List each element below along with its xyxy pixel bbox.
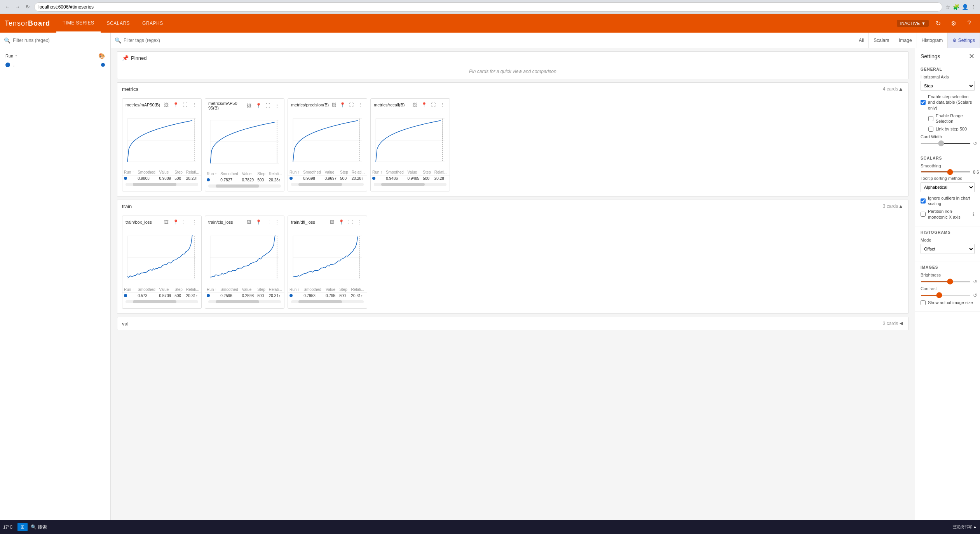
- col-smoothed: Smoothed: [302, 169, 323, 176]
- card-expand-button[interactable]: ⛶: [181, 101, 189, 109]
- card-scrollbar-1[interactable]: [208, 184, 281, 188]
- link-by-step-checkbox[interactable]: [928, 127, 933, 132]
- brightness-slider[interactable]: [921, 281, 971, 282]
- card-image-button[interactable]: 🖼: [411, 101, 419, 109]
- card-more-button[interactable]: ⋮: [190, 101, 198, 109]
- scrollbar-thumb-2: [298, 183, 342, 186]
- search-runs-icon: 🔍: [4, 37, 10, 43]
- card-width-slider[interactable]: [921, 143, 971, 144]
- card-header-0: metrics/mAP50(B) 🖼 📍 ⛶ ⋮: [122, 99, 201, 111]
- card-table-3: Run ↑ Smoothed Value Step Relati... 0.94…: [371, 169, 450, 181]
- group-title-val: val: [122, 321, 881, 327]
- settings-title: Settings: [921, 53, 940, 59]
- run-indicator: [101, 63, 105, 67]
- partition-non-monotonic-checkbox[interactable]: [921, 212, 926, 217]
- card-image-button[interactable]: 🖼: [245, 218, 253, 226]
- refresh-app-button[interactable]: ↻: [932, 17, 944, 30]
- filter-all-button[interactable]: All: [854, 33, 869, 48]
- show-actual-size-checkbox[interactable]: [921, 300, 926, 305]
- card-pin-button[interactable]: 📍: [337, 218, 345, 226]
- card-scrollbar-2[interactable]: [291, 300, 364, 303]
- card-expand-button[interactable]: ⛶: [264, 218, 272, 226]
- card-more-button[interactable]: ⋮: [357, 101, 364, 109]
- group-header-metrics[interactable]: metrics 4 cards ▲: [117, 83, 908, 95]
- col-relative: Relati...: [185, 169, 201, 176]
- start-button[interactable]: ⊞: [17, 523, 28, 531]
- nav-tab-timeseries[interactable]: TIME SERIES: [56, 14, 101, 33]
- filter-runs-input[interactable]: [13, 38, 106, 43]
- card-title-2: metrics/precision(B): [291, 103, 329, 107]
- table-row: 0.9698 0.9697 500 20.28↑: [288, 176, 367, 182]
- horizontal-axis-select[interactable]: Step Relative Wall: [921, 81, 975, 91]
- card-image-button[interactable]: 🖼: [328, 218, 336, 226]
- back-button[interactable]: ←: [4, 3, 11, 10]
- card-image-button[interactable]: 🖼: [162, 101, 170, 109]
- scrollbar-thumb-0: [133, 300, 176, 303]
- col-relative: Relati...: [267, 287, 284, 293]
- card-pin-button[interactable]: 📍: [172, 218, 180, 226]
- enable-range-selection-checkbox[interactable]: [928, 116, 933, 121]
- enable-step-selection-checkbox[interactable]: [921, 100, 926, 105]
- group-section-train: train 3 cards ▲ train/box_loss 🖼 📍 ⛶ ⋮: [117, 200, 909, 314]
- card-more-button[interactable]: ⋮: [356, 218, 364, 226]
- card-expand-button[interactable]: ⛶: [181, 218, 189, 226]
- link-by-step-label: Link by step 500: [936, 126, 967, 132]
- card-expand-button[interactable]: ⛶: [347, 218, 354, 226]
- card-scrollbar-0[interactable]: [126, 183, 198, 186]
- settings-toggle-button[interactable]: ⚙ Settings: [948, 33, 980, 48]
- card-expand-button[interactable]: ⛶: [264, 102, 272, 110]
- card-pin-button[interactable]: 📍: [420, 101, 428, 109]
- filter-image-button[interactable]: Image: [894, 33, 917, 48]
- run-item[interactable]: .: [3, 61, 107, 69]
- palette-icon[interactable]: 🎨: [98, 53, 105, 59]
- filter-histogram-button[interactable]: Histogram: [917, 33, 948, 48]
- card-pin-button[interactable]: 📍: [339, 101, 346, 109]
- card-image-button[interactable]: 🖼: [162, 218, 170, 226]
- card-header-1: metrics/mAP50-95(B) 🖼 📍 ⛶ ⋮: [205, 99, 284, 113]
- profile-button[interactable]: 👤: [962, 4, 968, 10]
- card-scrollbar-2[interactable]: [291, 183, 364, 186]
- url-bar[interactable]: localhost:6006/#timeseries: [34, 2, 942, 12]
- group-title-train: train: [122, 204, 881, 209]
- chart-area-2: [288, 228, 367, 287]
- forward-button[interactable]: →: [14, 3, 21, 10]
- card-pin-button[interactable]: 📍: [172, 101, 180, 109]
- app-logo: TensorBoard: [5, 19, 50, 28]
- ignore-outliers-checkbox[interactable]: [921, 198, 926, 204]
- card-width-reset-button[interactable]: ↺: [973, 141, 977, 146]
- filter-scalars-button[interactable]: Scalars: [869, 33, 894, 48]
- histogram-mode-select[interactable]: Offset Overlay: [921, 244, 975, 254]
- sidebar: Run ↑ 🎨 .: [0, 48, 111, 534]
- group-header-train[interactable]: train 3 cards ▲: [117, 200, 908, 212]
- card-scrollbar-0[interactable]: [126, 300, 198, 303]
- card-pin-button[interactable]: 📍: [255, 218, 262, 226]
- help-button[interactable]: ?: [963, 17, 975, 30]
- contrast-slider[interactable]: [921, 295, 971, 296]
- card-more-button[interactable]: ⋮: [439, 101, 446, 109]
- card-image-button[interactable]: 🖼: [245, 102, 253, 110]
- card-image-button[interactable]: 🖼: [330, 101, 337, 109]
- card-more-button[interactable]: ⋮: [273, 218, 281, 226]
- bookmark-button[interactable]: ☆: [945, 4, 950, 10]
- smoothing-slider[interactable]: [921, 171, 971, 172]
- card-scrollbar-3[interactable]: [374, 183, 446, 186]
- card-expand-button[interactable]: ⛶: [429, 101, 437, 109]
- card-expand-button[interactable]: ⛶: [348, 101, 355, 109]
- settings-close-button[interactable]: ✕: [969, 53, 975, 60]
- filter-tags-input[interactable]: [124, 38, 850, 43]
- card-more-button[interactable]: ⋮: [190, 218, 198, 226]
- card-pin-button[interactable]: 📍: [255, 102, 262, 110]
- group-header-val[interactable]: val 3 cards ▲: [117, 317, 908, 330]
- card-scrollbar-1[interactable]: [208, 300, 281, 303]
- nav-tab-scalars[interactable]: SCALARS: [101, 14, 136, 33]
- nav-tab-graphs[interactable]: GRAPHS: [136, 14, 169, 33]
- contrast-reset-button[interactable]: ↺: [973, 292, 977, 298]
- settings-app-button[interactable]: ⚙: [947, 17, 960, 30]
- extension-button[interactable]: 🧩: [953, 4, 959, 10]
- search-taskbar-button[interactable]: 🔍 搜索: [29, 522, 49, 532]
- tooltip-sort-select[interactable]: Alphabetical Ascending Descending Defaul…: [921, 182, 975, 192]
- menu-button[interactable]: ⋮: [971, 4, 976, 10]
- card-more-button[interactable]: ⋮: [273, 102, 281, 110]
- brightness-reset-button[interactable]: ↺: [973, 279, 977, 285]
- refresh-button[interactable]: ↻: [24, 3, 31, 10]
